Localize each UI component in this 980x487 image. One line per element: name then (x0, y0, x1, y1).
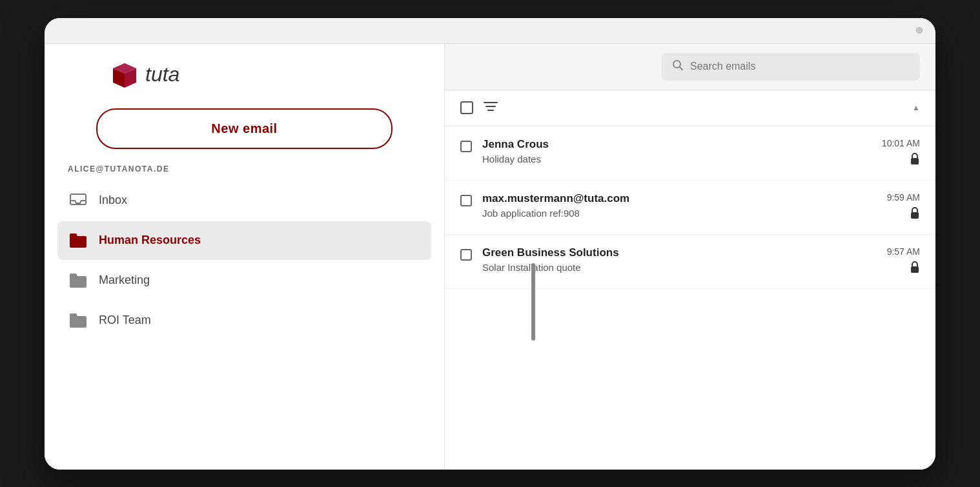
tuta-logo-icon (109, 59, 140, 90)
new-email-button[interactable]: New email (96, 108, 393, 149)
email-body-1: max.mustermann@tuta.com Job application … (482, 192, 877, 219)
email-list: Jenna Crous Holiday dates 10:01 AM (445, 126, 935, 470)
email-sender-2: Green Business Solutions (482, 246, 877, 259)
roi-team-label: ROI Team (99, 313, 151, 327)
svg-rect-10 (911, 158, 919, 164)
email-subject-1: Job application ref:908 (482, 208, 877, 219)
app-container: tuta New email ALICE@TUTANOTA.DE Inbox (45, 44, 935, 470)
email-checkbox-1[interactable] (460, 195, 472, 206)
search-bar[interactable] (662, 53, 920, 81)
email-checkbox-2[interactable] (460, 249, 472, 261)
email-time-0: 10:01 AM (882, 138, 920, 148)
human-resources-label: Human Resources (99, 234, 201, 247)
sidebar-item-human-resources[interactable]: Human Resources (57, 221, 431, 260)
inbox-label: Inbox (99, 194, 127, 207)
select-all-checkbox[interactable] (460, 101, 473, 114)
search-icon (672, 59, 684, 74)
sidebar: tuta New email ALICE@TUTANOTA.DE Inbox (45, 44, 445, 470)
svg-rect-12 (911, 266, 919, 273)
svg-line-6 (680, 66, 683, 70)
account-label: ALICE@TUTANOTA.DE (57, 164, 431, 181)
sidebar-item-inbox[interactable]: Inbox (57, 181, 431, 220)
camera-dot (916, 27, 923, 34)
search-input[interactable] (690, 61, 910, 72)
email-meta-1: 9:59 AM (887, 192, 920, 223)
email-sender-1: max.mustermann@tuta.com (482, 192, 877, 205)
logo-area: tuta (57, 59, 431, 90)
email-item-0[interactable]: Jenna Crous Holiday dates 10:01 AM (445, 126, 935, 181)
email-meta-0: 10:01 AM (882, 138, 920, 168)
marketing-folder-icon (68, 270, 88, 291)
sidebar-scrollbar[interactable] (531, 263, 535, 341)
svg-rect-11 (911, 212, 919, 219)
filter-icon[interactable] (484, 101, 498, 115)
email-body-0: Jenna Crous Holiday dates (482, 138, 872, 164)
email-checkbox-0[interactable] (460, 141, 472, 152)
top-bar (45, 18, 935, 44)
lock-icon-2 (910, 261, 920, 277)
sidebar-item-roi-team[interactable]: ROI Team (57, 301, 431, 340)
email-meta-2: 9:57 AM (887, 246, 920, 277)
sidebar-item-marketing[interactable]: Marketing (57, 261, 431, 300)
email-body-2: Green Business Solutions Solar Installat… (482, 246, 877, 273)
email-subject-2: Solar Installation quote (482, 262, 877, 273)
lock-icon-0 (910, 152, 920, 168)
marketing-label: Marketing (99, 273, 150, 287)
lock-icon-1 (910, 206, 920, 223)
email-item-1[interactable]: max.mustermann@tuta.com Job application … (445, 181, 935, 235)
logo-text: tuta (145, 63, 179, 86)
inbox-icon (68, 190, 88, 211)
email-list-toolbar: ▲ (445, 90, 935, 126)
main-content: ▲ Jenna Crous Holiday dates 10:01 AM (445, 44, 935, 470)
device-frame: tuta New email ALICE@TUTANOTA.DE Inbox (45, 18, 935, 470)
nav-list: Inbox Human Resources (57, 181, 431, 470)
roi-team-folder-icon (68, 310, 88, 331)
email-subject-0: Holiday dates (482, 154, 872, 164)
email-time-2: 9:57 AM (887, 246, 920, 257)
email-time-1: 9:59 AM (887, 192, 920, 203)
main-header (445, 44, 935, 90)
sort-indicator: ▲ (912, 103, 920, 112)
email-item-2[interactable]: Green Business Solutions Solar Installat… (445, 235, 935, 289)
human-resources-folder-icon (68, 230, 88, 251)
email-sender-0: Jenna Crous (482, 138, 872, 151)
